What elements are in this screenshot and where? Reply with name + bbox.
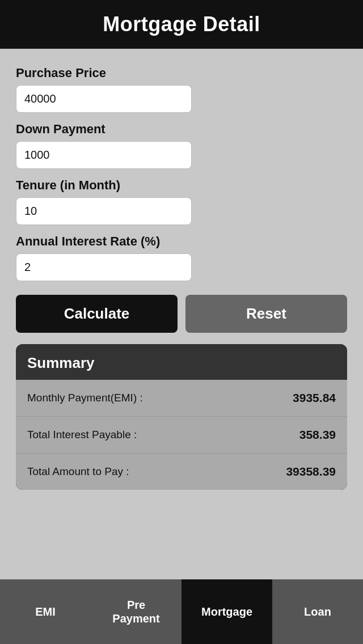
summary-rows: Monthly Payment(EMI) : 3935.84 Total Int… bbox=[16, 380, 347, 490]
interest-label: Total Interest Payable : bbox=[27, 429, 137, 441]
interest-rate-label: Annual Interest Rate (%) bbox=[16, 234, 347, 249]
down-payment-input[interactable] bbox=[16, 141, 192, 169]
tab-loan[interactable]: Loan bbox=[272, 579, 363, 644]
purchase-price-input[interactable] bbox=[16, 85, 192, 113]
bottom-nav: EMI PrePayment Mortgage Loan bbox=[0, 579, 363, 644]
tenure-label: Tenure (in Month) bbox=[16, 178, 347, 193]
total-value: 39358.39 bbox=[286, 465, 336, 478]
emi-value: 3935.84 bbox=[293, 391, 336, 405]
table-row: Total Amount to Pay : 39358.39 bbox=[16, 454, 347, 490]
tab-mortgage[interactable]: Mortgage bbox=[182, 579, 272, 644]
purchase-price-label: Purchase Price bbox=[16, 66, 347, 80]
down-payment-label: Down Payment bbox=[16, 122, 347, 137]
tab-prepayment[interactable]: PrePayment bbox=[91, 579, 182, 644]
app-header: Mortgage Detail bbox=[0, 0, 363, 49]
action-buttons: Calculate Reset bbox=[16, 295, 347, 333]
table-row: Monthly Payment(EMI) : 3935.84 bbox=[16, 380, 347, 417]
interest-value: 358.39 bbox=[299, 428, 336, 442]
calculate-button[interactable]: Calculate bbox=[16, 295, 178, 333]
reset-button[interactable]: Reset bbox=[185, 295, 347, 333]
page-title: Mortgage Detail bbox=[11, 12, 352, 36]
tab-emi[interactable]: EMI bbox=[0, 579, 91, 644]
summary-title: Summary bbox=[27, 354, 95, 371]
tenure-input[interactable] bbox=[16, 197, 192, 225]
main-content: Purchase Price Down Payment Tenure (in M… bbox=[0, 49, 363, 579]
summary-header: Summary bbox=[16, 344, 347, 380]
summary-box: Summary Monthly Payment(EMI) : 3935.84 T… bbox=[16, 344, 347, 490]
emi-label: Monthly Payment(EMI) : bbox=[27, 392, 143, 404]
interest-rate-input[interactable] bbox=[16, 253, 192, 281]
table-row: Total Interest Payable : 358.39 bbox=[16, 417, 347, 454]
total-label: Total Amount to Pay : bbox=[27, 465, 129, 478]
